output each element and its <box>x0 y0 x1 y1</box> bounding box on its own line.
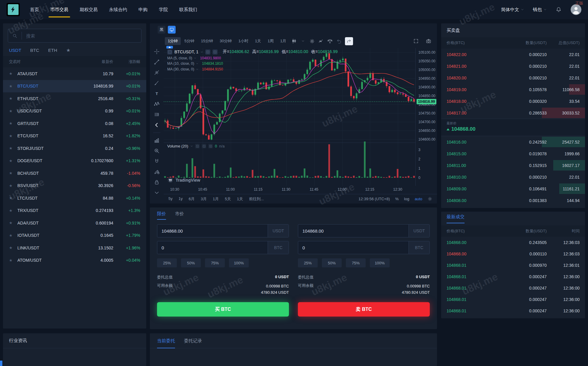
buy-percent-75%[interactable]: 75% <box>205 258 225 267</box>
pattern-icon[interactable] <box>154 101 160 107</box>
search-input[interactable] <box>22 33 141 38</box>
bid-row[interactable]: 104815.000.0190781999.66 <box>441 148 585 159</box>
nav-item-首页[interactable]: 首页 <box>30 0 39 19</box>
range-1天[interactable]: 1天 <box>237 196 243 202</box>
zoomin-icon[interactable] <box>154 148 160 154</box>
trade-row[interactable]: 104868.010.00024712:36:00 <box>441 294 585 305</box>
chevron-down-icon[interactable] <box>299 37 307 45</box>
favorite-star-icon[interactable]: ★ <box>9 84 15 88</box>
interval-15分钟[interactable]: 15分钟 <box>198 37 216 45</box>
sell-percent-100%[interactable]: 100% <box>370 258 390 267</box>
trades-title[interactable]: 最新成交 <box>447 214 465 223</box>
nav-item-联系我们[interactable]: 联系我们 <box>179 0 197 19</box>
volume-label[interactable]: Volume (20) <box>167 144 188 148</box>
pair-row[interactable]: ★LINK/USDT13.1502+1.96% <box>3 242 146 254</box>
lock-icon[interactable] <box>154 179 160 185</box>
nav-item-学院[interactable]: 学院 <box>159 0 168 19</box>
interval-1月[interactable]: 1月 <box>277 37 289 45</box>
legend-settings-icon[interactable] <box>212 49 218 55</box>
pencillock-icon[interactable] <box>154 169 160 175</box>
price-axis[interactable]: 105100.00105050.00105000.00104950.001049… <box>415 48 437 186</box>
favorite-star-icon[interactable]: ★ <box>9 146 15 150</box>
ma-label[interactable]: MA (30, close, 0) <box>167 67 194 71</box>
favorite-star-icon[interactable]: ★ <box>9 233 15 238</box>
measure-icon[interactable] <box>154 112 160 118</box>
trade-row[interactable]: 104868.010.00097012:36:01 <box>441 260 585 271</box>
interval-5分钟[interactable]: 5分钟 <box>181 37 197 45</box>
log-scale-button[interactable]: log <box>404 197 409 201</box>
range-3月[interactable]: 3月 <box>201 196 207 202</box>
favorite-star-icon[interactable]: ★ <box>9 171 15 175</box>
favorite-star-icon[interactable]: ★ <box>9 109 15 113</box>
range-6月[interactable]: 6月 <box>189 196 195 202</box>
clock-label[interactable]: 12:39:56 (UTC+8) <box>358 197 390 201</box>
pair-row[interactable]: ★GRT/USDT0.08+2.45% <box>3 117 146 130</box>
compare-icon[interactable] <box>326 37 334 45</box>
favorite-star-icon[interactable]: ★ <box>9 208 15 213</box>
buy-percent-100%[interactable]: 100% <box>229 258 249 267</box>
gear-icon[interactable] <box>428 197 432 201</box>
favorite-star-icon[interactable]: ★ <box>9 96 15 101</box>
pair-row[interactable]: ★ETC/USDT16.52+1.82% <box>3 130 146 142</box>
time-axis[interactable]: 10:3010:4511:0011:1511:3011:4512:0012:15… <box>164 186 415 193</box>
tradingview-attribution[interactable]: TradingView <box>167 177 200 183</box>
ask-row[interactable]: 104817.000.28653330033.52 <box>441 107 585 119</box>
market-tab-BTC[interactable]: BTC <box>30 48 39 53</box>
amount-unit[interactable]: BTC <box>268 241 289 254</box>
bid-row[interactable]: 104816.000.24259225427.52 <box>441 136 585 148</box>
fullscreen-icon[interactable] <box>412 37 420 45</box>
pair-row[interactable]: ★DOGE/USDT0.17027600+1.31% <box>3 155 146 167</box>
arrowleft-icon[interactable] <box>154 122 160 128</box>
pair-row[interactable]: ★STORJ/USDT0.24+0.96% <box>3 142 146 155</box>
gear-icon[interactable] <box>308 37 316 45</box>
range-1y[interactable]: 1y <box>179 196 183 202</box>
volume-close-icon[interactable] <box>208 144 213 148</box>
range-1月[interactable]: 1月 <box>213 196 219 202</box>
trendline-icon[interactable] <box>154 59 160 65</box>
interval-1小时[interactable]: 1小时 <box>235 37 251 45</box>
market-tab-★[interactable]: ★ <box>66 47 70 53</box>
favorite-star-icon[interactable]: ★ <box>9 159 15 163</box>
favorite-star-icon[interactable]: ★ <box>9 196 15 200</box>
favorite-star-icon[interactable]: ★ <box>9 121 15 126</box>
interval-1天[interactable]: 1天 <box>252 37 264 45</box>
auto-scale-button[interactable]: auto <box>415 197 422 201</box>
favorite-star-icon[interactable]: ★ <box>9 245 15 250</box>
ask-row[interactable]: 104822.000.00021022.01 <box>441 49 585 60</box>
trade-row[interactable]: 104868.010.00024712:36:00 <box>441 271 585 282</box>
pair-row[interactable]: ★ATOM/USDT4.0005+0.04% <box>3 254 146 267</box>
buy-button[interactable]: 买 BTC <box>157 302 289 317</box>
forecast-icon[interactable] <box>154 137 160 143</box>
bid-row[interactable]: 104811.000.15291516027.17 <box>441 159 585 171</box>
pitchfork-icon[interactable] <box>154 70 160 76</box>
monitor-button[interactable] <box>168 26 176 34</box>
pair-row[interactable]: ★LTC/USDT84.88+0.14% <box>3 192 146 204</box>
interval-1周[interactable]: 1周 <box>265 37 277 45</box>
nav-item-期权交易[interactable]: 期权交易 <box>80 0 98 19</box>
text-icon[interactable]: T <box>154 91 160 97</box>
pair-row[interactable]: ★TRX/USDT0.274193+1.3% <box>3 204 146 217</box>
notifications-bell-icon[interactable] <box>556 7 562 13</box>
buy-amount-input[interactable] <box>157 241 268 254</box>
favorite-star-icon[interactable]: ★ <box>9 134 15 138</box>
buy-percent-25%[interactable]: 25% <box>157 258 177 267</box>
bid-row[interactable]: 104809.000.10649111161.21 <box>441 183 585 195</box>
nav-item-币币交易[interactable]: 币币交易 <box>50 0 68 19</box>
chevron-down-icon[interactable] <box>200 51 203 53</box>
pair-row[interactable]: ★ATA/USDT10.79+0.01% <box>3 67 146 80</box>
favorite-star-icon[interactable]: ★ <box>9 221 15 225</box>
trade-row[interactable]: 104868.000.00011012:36:03 <box>441 248 585 260</box>
sell-percent-50%[interactable]: 50% <box>322 258 342 267</box>
favorite-star-icon[interactable]: ★ <box>9 71 15 76</box>
pair-row[interactable]: ★BSV/USDT30.3926-0.56% <box>3 180 146 192</box>
collapse-legend-icon[interactable] <box>167 49 172 55</box>
sell-button[interactable]: 卖 BTC <box>298 302 430 317</box>
theme-button[interactable]: 黑 <box>158 26 165 34</box>
sell-price-input[interactable] <box>298 225 408 237</box>
brush-icon[interactable] <box>154 80 160 86</box>
wallet-dropdown[interactable]: 钱包 <box>533 7 547 13</box>
chevron-down-icon[interactable] <box>190 145 193 147</box>
range-前往到...[interactable]: 前往到... <box>249 196 264 202</box>
trade-row[interactable]: 104868.010.00024712:36:00 <box>441 305 585 317</box>
percent-scale-button[interactable]: % <box>395 197 399 201</box>
